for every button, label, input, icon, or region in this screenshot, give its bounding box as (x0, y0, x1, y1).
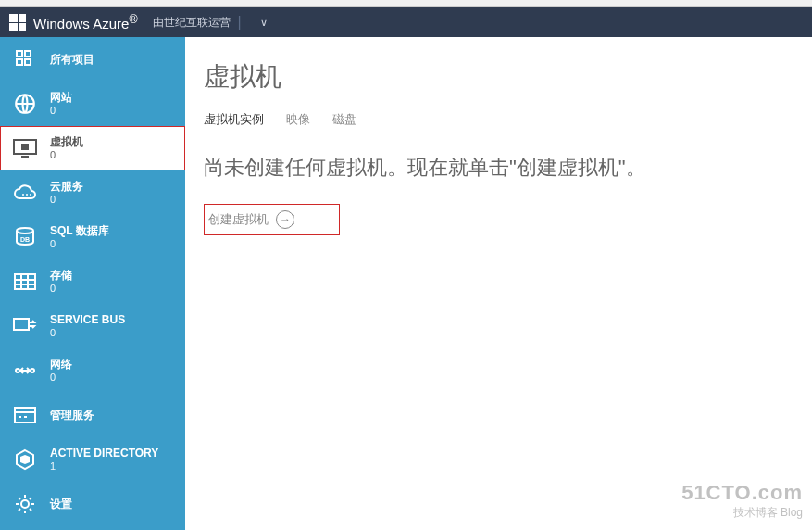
svg-rect-16 (15, 408, 35, 423)
sidebar-item-servicebus[interactable]: SERVICE BUS0 (0, 304, 185, 348)
grid-icon (11, 45, 39, 73)
sidebar-item-label: 云服务 (50, 180, 83, 193)
db-icon: DB (11, 223, 39, 251)
sidebar: 所有项目 网站0 虚拟机0 云服务0 DB SQL 数据库0 存储0 SERVI… (0, 37, 185, 530)
empty-message: 尚未创建任何虚拟机。现在就单击"创建虚拟机"。 (204, 154, 812, 182)
sidebar-item-label: SQL 数据库 (50, 224, 109, 237)
sidebar-item-storage[interactable]: 存储0 (0, 259, 185, 304)
watermark: 51CTO.com 技术博客 Blog (681, 481, 803, 521)
svg-point-7 (22, 194, 24, 196)
sidebar-item-label: SERVICE BUS (50, 313, 125, 326)
storage-icon (11, 268, 39, 296)
header: Windows Azure® 由世纪互联运营 | ∨ (0, 7, 812, 37)
divider: | (238, 14, 242, 31)
ad-icon (11, 446, 39, 473)
svg-rect-12 (15, 274, 35, 289)
svg-text:DB: DB (20, 236, 30, 243)
create-label: 创建虚拟机 (208, 211, 269, 228)
svg-rect-2 (17, 59, 22, 65)
tabs: 虚拟机实例 映像 磁盘 (204, 111, 812, 128)
create-vm-button[interactable]: 创建虚拟机 → (204, 204, 340, 235)
sidebar-item-label: 存储 (50, 269, 72, 282)
page-title: 虚拟机 (204, 59, 812, 95)
sidebar-item-label: 管理服务 (50, 409, 94, 422)
svg-rect-0 (17, 51, 22, 57)
chevron-down-icon[interactable]: ∨ (260, 17, 268, 29)
sidebar-item-network[interactable]: 网络0 (0, 348, 185, 393)
sidebar-item-label: 虚拟机 (50, 135, 83, 148)
svg-rect-13 (14, 319, 29, 330)
svg-point-14 (16, 369, 19, 372)
svg-point-8 (26, 194, 28, 196)
globe-icon (11, 90, 39, 118)
sidebar-item-label: 设置 (50, 498, 72, 511)
windows-logo-icon (9, 14, 26, 31)
sidebar-item-label: 网站 (50, 91, 72, 104)
tab-disks[interactable]: 磁盘 (332, 111, 356, 128)
svg-point-19 (21, 500, 29, 508)
sidebar-item-label: ACTIVE DIRECTORY (50, 447, 158, 460)
sidebar-item-websites[interactable]: 网站0 (0, 82, 185, 126)
sidebar-item-cloud[interactable]: 云服务0 (0, 170, 185, 215)
svg-point-15 (31, 369, 34, 372)
sidebar-item-all[interactable]: 所有项目 (0, 37, 185, 82)
mgmt-icon (11, 401, 39, 429)
svg-marker-18 (20, 455, 30, 464)
cloud-icon (11, 179, 39, 207)
vm-icon (11, 134, 39, 162)
network-icon (11, 357, 39, 385)
sidebar-item-sql[interactable]: DB SQL 数据库0 (0, 215, 185, 259)
content: 虚拟机 虚拟机实例 映像 磁盘 尚未创建任何虚拟机。现在就单击"创建虚拟机"。 … (185, 37, 812, 530)
sidebar-item-label: 所有项目 (50, 53, 94, 66)
sidebar-item-ad[interactable]: ACTIVE DIRECTORY1 (0, 437, 185, 482)
sidebar-item-mgmt[interactable]: 管理服务 (0, 393, 185, 437)
svg-point-10 (17, 228, 33, 233)
tab-instances[interactable]: 虚拟机实例 (204, 111, 264, 128)
svg-point-9 (30, 194, 31, 196)
sidebar-item-label: 网络 (50, 358, 72, 371)
brand-text: Windows Azure® (33, 13, 138, 32)
svg-rect-3 (25, 59, 31, 65)
tab-images[interactable]: 映像 (286, 111, 310, 128)
servicebus-icon (11, 312, 39, 340)
svg-rect-1 (25, 51, 31, 57)
operator-text: 由世纪互联运营 (153, 15, 231, 31)
arrow-right-icon: → (276, 210, 294, 229)
svg-rect-6 (21, 144, 29, 150)
window-titlebar (0, 0, 812, 7)
gear-icon (11, 490, 39, 518)
sidebar-item-settings[interactable]: 设置 (0, 482, 185, 526)
sidebar-item-vm[interactable]: 虚拟机0 (0, 126, 185, 170)
